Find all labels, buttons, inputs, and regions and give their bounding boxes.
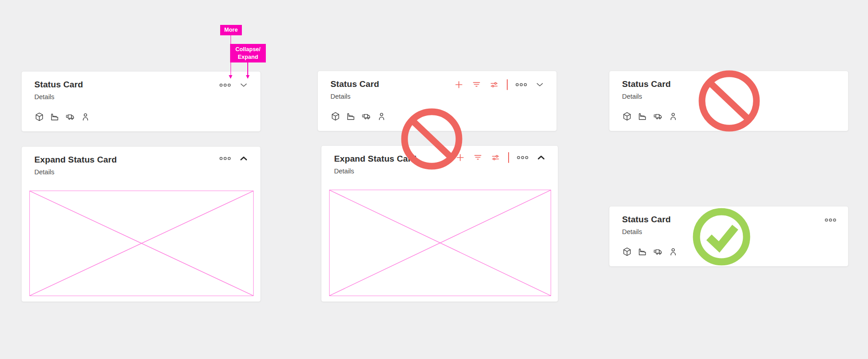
delivery-truck-icon	[361, 111, 371, 121]
chevron-up-icon[interactable]	[239, 153, 249, 163]
image-placeholder	[29, 191, 254, 296]
card-subtitle: Details	[34, 168, 54, 176]
more-menu-icon[interactable]	[517, 155, 528, 160]
card-subtitle: Details	[622, 228, 642, 235]
more-menu-icon[interactable]	[825, 218, 836, 222]
annotation-collapse-text-line2: Expand	[238, 53, 258, 61]
success-check-icon	[692, 207, 751, 267]
card-subtitle: Details	[330, 93, 350, 100]
annotation-arrow-down-icon	[229, 75, 232, 79]
annotation-more-label: More	[220, 25, 242, 35]
card-title: Status Card	[622, 79, 671, 89]
actions-divider	[508, 152, 509, 163]
prohibited-icon	[400, 107, 463, 171]
factory-icon	[50, 112, 60, 122]
annotation-arrow-down-icon	[246, 75, 250, 79]
status-icon-row	[622, 246, 678, 257]
sliders-icon[interactable]	[489, 80, 499, 90]
more-menu-icon[interactable]	[219, 156, 231, 161]
factory-icon	[637, 247, 647, 257]
chevron-down-icon[interactable]	[535, 80, 545, 90]
more-menu-icon[interactable]	[219, 83, 231, 87]
card-subtitle: Details	[334, 168, 354, 175]
delivery-truck-icon	[65, 112, 75, 122]
card-actions	[219, 153, 249, 163]
actions-divider	[507, 79, 508, 90]
delivery-truck-icon	[653, 111, 663, 121]
factory-icon	[346, 111, 356, 121]
annotation-collapse-text-line1: Collapse/	[236, 46, 261, 53]
design-spec-canvas: More Collapse/ Expand Status Card Detail…	[0, 0, 868, 359]
sliders-icon[interactable]	[491, 153, 500, 163]
person-icon	[377, 111, 387, 121]
card-subtitle: Details	[622, 93, 642, 100]
status-icon-row	[622, 111, 678, 122]
package-icon	[330, 111, 340, 121]
package-icon	[34, 112, 44, 122]
person-icon	[668, 111, 678, 121]
card-title: Status Card	[330, 79, 379, 89]
annotation-collapse-expand-label: Collapse/ Expand	[230, 44, 266, 62]
card-actions	[825, 215, 836, 225]
factory-icon	[637, 111, 647, 121]
status-card-left-expanded: Expand Status Card Details	[21, 146, 261, 302]
card-title: Status Card	[34, 80, 83, 90]
package-icon	[622, 111, 632, 121]
card-title: Status Card	[622, 215, 671, 225]
filter-icon[interactable]	[473, 153, 483, 163]
status-icon-row	[34, 111, 90, 122]
package-icon	[622, 247, 632, 257]
card-actions	[455, 153, 546, 163]
more-menu-icon[interactable]	[515, 82, 527, 87]
prohibited-icon	[698, 69, 761, 133]
card-title: Expand Status Card	[34, 155, 117, 165]
annotation-more-text: More	[224, 26, 238, 34]
card-actions	[454, 80, 545, 90]
card-actions	[219, 80, 249, 90]
chevron-down-icon[interactable]	[239, 80, 249, 90]
delivery-truck-icon	[653, 247, 663, 257]
person-icon	[668, 247, 678, 257]
chevron-up-icon[interactable]	[536, 153, 546, 163]
image-placeholder	[329, 190, 551, 296]
status-icon-row	[330, 111, 387, 122]
status-card-left-collapsed: Status Card Details	[21, 71, 261, 132]
add-icon[interactable]	[454, 80, 464, 90]
person-icon	[80, 112, 90, 122]
placeholder-cross-icon	[330, 190, 551, 296]
filter-icon[interactable]	[472, 80, 481, 90]
annotation-connector	[247, 62, 248, 75]
card-subtitle: Details	[34, 93, 54, 101]
placeholder-cross-icon	[30, 191, 253, 296]
